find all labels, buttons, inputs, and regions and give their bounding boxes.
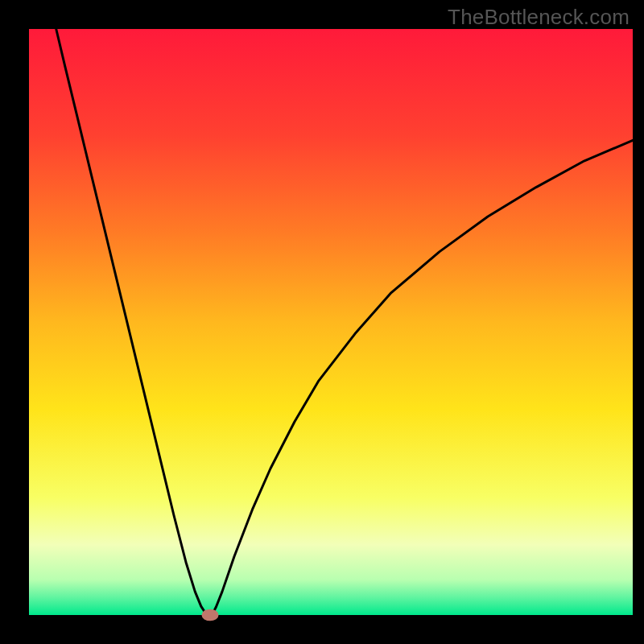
plot-area <box>29 29 633 615</box>
watermark-text: TheBottleneck.com <box>448 5 630 30</box>
bottleneck-chart: TheBottleneck.com <box>0 0 644 644</box>
minimum-marker <box>202 609 219 621</box>
chart-svg <box>0 0 644 644</box>
